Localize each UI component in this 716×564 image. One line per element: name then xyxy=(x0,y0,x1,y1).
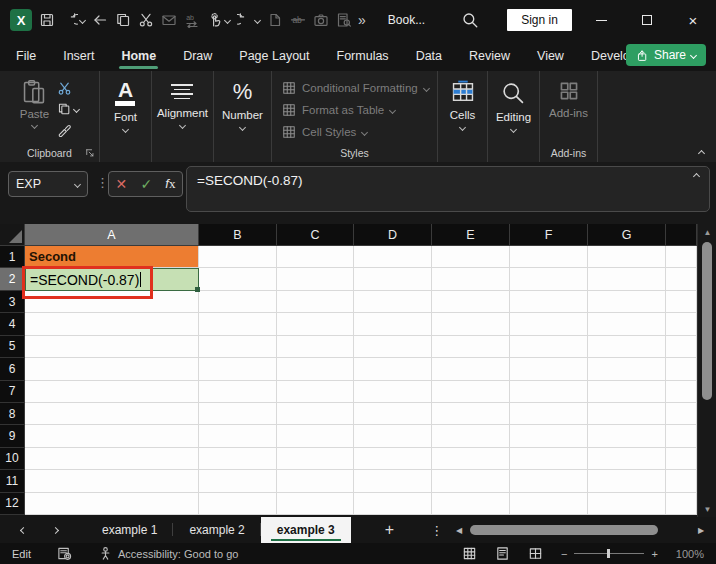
tab-review[interactable]: Review xyxy=(467,44,512,68)
cell-C7[interactable] xyxy=(277,381,354,403)
cell-C12[interactable] xyxy=(277,493,354,515)
cell-D7[interactable] xyxy=(354,381,432,403)
cell-G3[interactable] xyxy=(588,291,666,313)
cut-button[interactable] xyxy=(138,12,154,28)
cell-D6[interactable] xyxy=(354,358,432,380)
redo-button[interactable] xyxy=(237,12,260,28)
cell-F12[interactable] xyxy=(510,493,588,515)
sheet-tab-example-1[interactable]: example 1 xyxy=(86,517,173,543)
draft-mail-button[interactable] xyxy=(161,12,177,28)
cell-C11[interactable] xyxy=(277,470,354,492)
horizontal-scrollbar[interactable]: ◀ ▶ xyxy=(452,522,708,538)
cell-F11[interactable] xyxy=(510,470,588,492)
zoom-slider[interactable] xyxy=(574,553,644,554)
cell-A4[interactable] xyxy=(25,313,199,335)
cell-C9[interactable] xyxy=(277,425,354,447)
cell-C6[interactable] xyxy=(277,358,354,380)
cell-G11[interactable] xyxy=(588,470,666,492)
scroll-left-icon[interactable]: ◀ xyxy=(452,526,466,535)
font-button[interactable]: A Font xyxy=(114,80,137,132)
addins-button[interactable]: Add-ins xyxy=(549,80,588,119)
tab-page-layout[interactable]: Page Layout xyxy=(237,44,311,68)
cell-A8[interactable] xyxy=(25,403,199,425)
tab-view[interactable]: View xyxy=(535,44,566,68)
page-break-view-icon[interactable] xyxy=(528,546,543,561)
cell-F6[interactable] xyxy=(510,358,588,380)
cell-D2[interactable] xyxy=(354,268,432,290)
copy-button[interactable] xyxy=(57,102,79,116)
cell-E3[interactable] xyxy=(432,291,510,313)
cell-G12[interactable] xyxy=(588,493,666,515)
copy-button[interactable] xyxy=(115,12,131,28)
cell-H6[interactable] xyxy=(666,358,697,380)
scroll-right-icon[interactable]: ▶ xyxy=(694,526,708,535)
editing-button[interactable]: Editing xyxy=(496,80,531,132)
cell-D11[interactable] xyxy=(354,470,432,492)
close-button[interactable]: × xyxy=(670,0,716,40)
name-box[interactable]: EXP xyxy=(8,171,88,197)
cell-F1[interactable] xyxy=(510,246,588,268)
normal-view-icon[interactable] xyxy=(462,546,477,561)
cell-E11[interactable] xyxy=(432,470,510,492)
cell-A12[interactable] xyxy=(25,493,199,515)
cell-F10[interactable] xyxy=(510,448,588,470)
tab-data[interactable]: Data xyxy=(414,44,444,68)
paste-button[interactable]: Paste xyxy=(20,79,49,137)
cell-A6[interactable] xyxy=(25,358,199,380)
cell-E6[interactable] xyxy=(432,358,510,380)
strikethrough-ab-button[interactable]: ab xyxy=(290,12,306,28)
cell-C4[interactable] xyxy=(277,313,354,335)
cell-F5[interactable] xyxy=(510,336,588,358)
macro-record-icon[interactable] xyxy=(57,546,72,561)
touch-mode-button[interactable] xyxy=(207,12,230,28)
sign-in-button[interactable]: Sign in xyxy=(507,9,572,31)
cells-button[interactable]: Cells xyxy=(450,80,476,130)
zoom-out-icon[interactable]: − xyxy=(561,548,567,560)
dialog-launcher-icon[interactable] xyxy=(84,147,95,158)
tab-home[interactable]: Home xyxy=(119,44,158,68)
tab-formulas[interactable]: Formulas xyxy=(335,44,391,68)
cell-styles-button[interactable]: Cell Styles xyxy=(282,125,437,139)
cell-G5[interactable] xyxy=(588,336,666,358)
cell-G2[interactable] xyxy=(588,268,666,290)
column-header-D[interactable]: D xyxy=(354,224,432,246)
row-header-10[interactable]: 10 xyxy=(0,448,25,470)
cell-D12[interactable] xyxy=(354,493,432,515)
share-button[interactable]: Share xyxy=(626,44,706,66)
search-icon[interactable] xyxy=(461,11,479,29)
cell-A5[interactable] xyxy=(25,336,199,358)
tab-insert[interactable]: Insert xyxy=(61,44,96,68)
cell-C10[interactable] xyxy=(277,448,354,470)
cell-D9[interactable] xyxy=(354,425,432,447)
cell-D1[interactable] xyxy=(354,246,432,268)
cell-F4[interactable] xyxy=(510,313,588,335)
formula-input[interactable]: =SECOND(-0.87) xyxy=(186,166,710,212)
cell-G9[interactable] xyxy=(588,425,666,447)
cell-H9[interactable] xyxy=(666,425,697,447)
horizontal-scroll-track[interactable] xyxy=(466,522,694,538)
row-header-4[interactable]: 4 xyxy=(0,313,25,335)
cell-G7[interactable] xyxy=(588,381,666,403)
cell-B2[interactable] xyxy=(199,268,277,290)
back-arrow-button[interactable] xyxy=(92,12,108,28)
excel-logo[interactable]: X xyxy=(10,9,32,31)
cell-B9[interactable] xyxy=(199,425,277,447)
column-header-partial[interactable] xyxy=(666,224,697,246)
cell-G1[interactable] xyxy=(588,246,666,268)
cut-button[interactable] xyxy=(57,81,72,96)
cell-F9[interactable] xyxy=(510,425,588,447)
tab-draw[interactable]: Draw xyxy=(181,44,214,68)
cell-G6[interactable] xyxy=(588,358,666,380)
cell-H11[interactable] xyxy=(666,470,697,492)
cell-A7[interactable] xyxy=(25,381,199,403)
column-header-B[interactable]: B xyxy=(199,224,277,246)
cell-E2[interactable] xyxy=(432,268,510,290)
row-header-12[interactable]: 12 xyxy=(0,493,25,515)
row-header-8[interactable]: 8 xyxy=(0,403,25,425)
cell-F7[interactable] xyxy=(510,381,588,403)
cell-H12[interactable] xyxy=(666,493,697,515)
insert-function-icon[interactable]: fx xyxy=(165,176,175,192)
cell-E5[interactable] xyxy=(432,336,510,358)
cell-F3[interactable] xyxy=(510,291,588,313)
replace-button[interactable]: ab xyxy=(184,12,200,28)
